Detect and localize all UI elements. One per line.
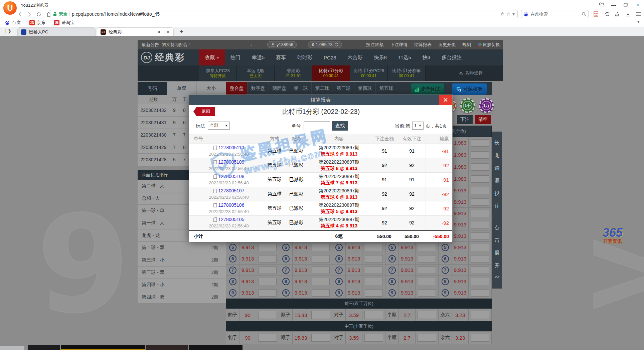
- bet-amount-input[interactable]: [471, 278, 489, 285]
- bet-amount-input[interactable]: [471, 311, 489, 319]
- user-pill[interactable]: y138956: [267, 41, 297, 48]
- bet-amount-input[interactable]: [471, 163, 489, 171]
- nav-item[interactable]: 多台投注: [436, 49, 467, 65]
- streak-row[interactable]: 第四球 - 双2期: [138, 291, 226, 304]
- bet-amount-input[interactable]: [471, 232, 489, 240]
- lightning-icon[interactable]: [501, 12, 504, 16]
- clear-button[interactable]: 清空: [475, 115, 491, 124]
- bet-button[interactable]: 下注: [457, 115, 473, 124]
- bet-amount-input[interactable]: [471, 255, 489, 262]
- copy-icon[interactable]: [213, 160, 217, 164]
- minimize-button[interactable]: —: [610, 1, 617, 8]
- download-icon[interactable]: [624, 10, 632, 18]
- bet-amount-input[interactable]: [311, 334, 330, 342]
- board-tab[interactable]: 整合盘: [226, 82, 248, 95]
- nav-item[interactable]: 11选5: [392, 49, 417, 65]
- header-link[interactable]: 结算报表: [414, 42, 432, 48]
- nav-item[interactable]: PC28: [318, 49, 342, 65]
- star-icon[interactable]: ☆: [506, 11, 510, 17]
- sidebar-tab-oddeven[interactable]: 单双: [167, 82, 196, 95]
- bet-amount-input[interactable]: [259, 255, 277, 262]
- order-link[interactable]: 1278005105: [213, 216, 245, 223]
- header-link[interactable]: 皮肤切换: [478, 42, 500, 48]
- tab-classic-lottery[interactable]: DJ 经典彩 ✕: [97, 27, 174, 36]
- pdf-icon[interactable]: PDF: [592, 10, 600, 18]
- trend-chart-button[interactable]: 走势图表: [411, 83, 444, 95]
- search-input[interactable]: [530, 12, 580, 17]
- board-tab[interactable]: 第三球: [333, 82, 354, 95]
- game-cell[interactable]: 香港彩21:37:51: [275, 65, 312, 81]
- bet-amount-input[interactable]: [259, 267, 277, 274]
- bet-amount-input[interactable]: [471, 210, 489, 217]
- board-tab[interactable]: 第一球: [290, 82, 312, 95]
- header-link[interactable]: 投注限额: [366, 42, 383, 48]
- order-link[interactable]: 1278005107: [213, 188, 245, 194]
- sidebar-tab-number[interactable]: 号码: [138, 82, 167, 95]
- bet-amount-input[interactable]: [471, 139, 489, 147]
- tab-close-icon[interactable]: ✕: [166, 29, 170, 35]
- menu-icon[interactable]: [634, 10, 642, 18]
- bet-amount-input[interactable]: [471, 267, 489, 274]
- bookmark-item[interactable]: 淘爱淘宝: [54, 20, 74, 26]
- order-link[interactable]: 1278005109: [213, 159, 245, 165]
- bookmark-item[interactable]: 百度: [5, 20, 21, 26]
- nav-item[interactable]: 热门: [225, 49, 246, 65]
- badge-365[interactable]: 365 开奖资讯: [597, 226, 629, 250]
- game-cell[interactable]: 比特币1分赛车00:00:41: [388, 65, 426, 81]
- chevron-down-icon[interactable]: ▾: [512, 11, 515, 17]
- bet-amount-input[interactable]: [312, 244, 330, 251]
- copy-icon[interactable]: [213, 218, 217, 222]
- balance-pill[interactable]: ¥ 1,085.73: [308, 41, 342, 48]
- bet-amount-input[interactable]: [471, 175, 489, 183]
- game-cell[interactable]: 比特币1分PC2800:00:41: [350, 65, 388, 81]
- bet-amount-input[interactable]: [259, 278, 277, 285]
- order-number-input[interactable]: [304, 121, 330, 130]
- nav-item[interactable]: 幸运5: [246, 49, 270, 65]
- bet-amount-input[interactable]: [365, 255, 383, 262]
- header-link[interactable]: 历史开奖: [438, 42, 456, 48]
- bookmark-item[interactable]: JD京东: [29, 20, 45, 26]
- bet-amount-input[interactable]: [258, 311, 277, 319]
- notice-chevron-icon[interactable]: ›: [251, 42, 252, 47]
- board-tab[interactable]: 数字盘: [248, 82, 269, 95]
- bet-amount-input[interactable]: [365, 278, 383, 285]
- sidebar-tab-bigsmall[interactable]: 大小: [197, 82, 226, 95]
- bet-amount-input[interactable]: [471, 244, 489, 251]
- bet-amount-input[interactable]: [471, 198, 489, 206]
- lottery-select[interactable]: 彩种选择: [459, 70, 483, 76]
- new-tab-button[interactable]: +: [180, 28, 183, 35]
- back-icon[interactable]: [16, 10, 24, 18]
- page-select[interactable]: 1▼: [412, 122, 424, 130]
- header-link[interactable]: 下注详情: [390, 42, 408, 48]
- url-text[interactable]: p.cpqlzpor.com/Home/IndexNew#/lotto_45: [72, 11, 499, 17]
- chip-1k[interactable]: 1千: [460, 98, 475, 113]
- streak-row[interactable]: 第四球 - 小2期: [138, 279, 226, 291]
- board-tab[interactable]: 两面盘: [269, 82, 290, 95]
- source-verify-button[interactable]: 号源校验: [452, 83, 487, 95]
- nav-item[interactable]: 收藏♥: [199, 49, 225, 65]
- streak-row[interactable]: 第二球 - 双2期: [138, 242, 226, 254]
- bet-amount-input[interactable]: [365, 289, 383, 297]
- bet-amount-input[interactable]: [418, 255, 436, 262]
- long-dragon-panel[interactable]: 长龙遗漏投注点击展开>>: [492, 132, 502, 289]
- bet-amount-input[interactable]: [312, 278, 330, 285]
- bet-amount-input[interactable]: [471, 187, 489, 194]
- bet-amount-input[interactable]: [418, 311, 436, 319]
- bet-amount-input[interactable]: [418, 278, 436, 285]
- order-link[interactable]: 1278005108: [213, 173, 245, 180]
- bet-amount-input[interactable]: [311, 311, 330, 319]
- bet-amount-input[interactable]: [312, 255, 330, 262]
- bet-amount-input[interactable]: [471, 334, 489, 342]
- tab-audio-icon[interactable]: [158, 30, 162, 34]
- bet-amount-input[interactable]: [365, 267, 383, 274]
- bet-amount-input[interactable]: [365, 244, 383, 251]
- bet-amount-input[interactable]: [259, 289, 277, 297]
- bet-amount-input[interactable]: [312, 267, 330, 274]
- copy-icon[interactable]: [213, 146, 217, 150]
- find-button[interactable]: 查找: [332, 121, 348, 131]
- tab-parisian-pc[interactable]: 巴黎人PC: [17, 27, 96, 36]
- skin-shirt-icon[interactable]: [598, 1, 605, 8]
- nav-item[interactable]: 时时彩: [292, 49, 318, 65]
- bet-amount-input[interactable]: [418, 244, 436, 251]
- bet-amount-input[interactable]: [312, 289, 330, 297]
